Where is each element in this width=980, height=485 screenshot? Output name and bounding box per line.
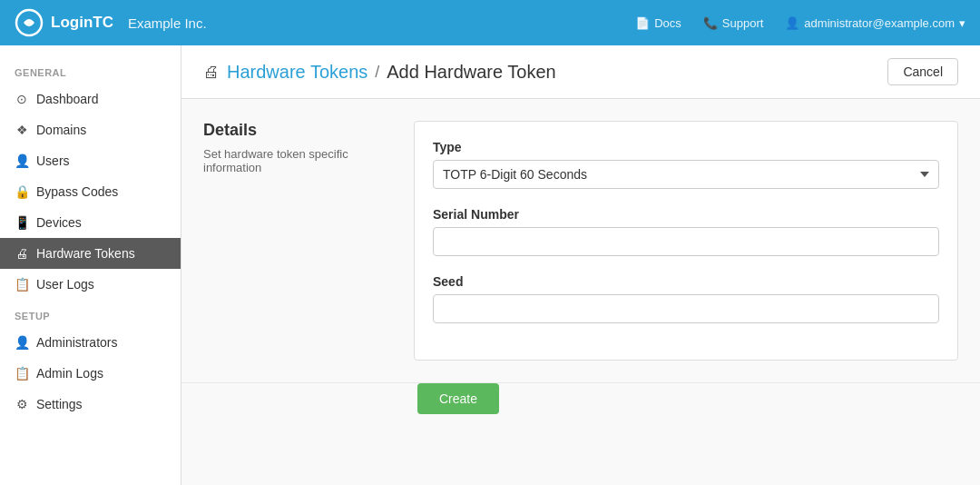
- company-name: Example Inc.: [128, 15, 207, 31]
- page-header: 🖨 Hardware Tokens / Add Hardware Token C…: [181, 45, 980, 99]
- user-logs-icon: 📋: [15, 277, 29, 292]
- sidebar-item-label: Admin Logs: [36, 366, 103, 381]
- sidebar-item-settings[interactable]: ⚙ Settings: [0, 389, 181, 420]
- sidebar-item-user-logs[interactable]: 📋 User Logs: [0, 269, 181, 300]
- user-menu-link[interactable]: 👤 administrator@example.com ▾: [785, 16, 965, 30]
- sidebar-item-administrators[interactable]: 👤 Administrators: [0, 327, 181, 358]
- user-icon: 👤: [785, 16, 799, 30]
- breadcrumb-current: Add Hardware Token: [387, 62, 555, 83]
- sidebar-item-hardware-tokens[interactable]: 🖨 Hardware Tokens: [0, 238, 181, 269]
- logintc-logo-icon: [15, 8, 44, 37]
- sidebar-item-label: Devices: [36, 215, 82, 230]
- sidebar-item-label: User Logs: [36, 277, 94, 292]
- setup-section-label: SETUP: [0, 300, 181, 327]
- breadcrumb: 🖨 Hardware Tokens / Add Hardware Token: [203, 62, 556, 83]
- sidebar: GENERAL ⊙ Dashboard ❖ Domains 👤 Users 🔒 …: [0, 45, 181, 485]
- settings-icon: ⚙: [15, 397, 29, 411]
- admin-logs-icon: 📋: [15, 366, 29, 381]
- sidebar-item-label: Domains: [36, 123, 86, 137]
- top-nav: LoginTC Example Inc. 📄 Docs 📞 Support 👤 …: [0, 0, 980, 45]
- cancel-button[interactable]: Cancel: [887, 58, 958, 85]
- support-icon: 📞: [703, 16, 718, 30]
- nav-right: 📄 Docs 📞 Support 👤 administrator@example…: [635, 16, 965, 30]
- serial-number-group: Serial Number: [433, 207, 939, 256]
- dashboard-icon: ⊙: [15, 92, 29, 106]
- hardware-tokens-icon: 🖨: [15, 246, 29, 261]
- sidebar-item-dashboard[interactable]: ⊙ Dashboard: [0, 84, 181, 114]
- sidebar-item-domains[interactable]: ❖ Domains: [0, 114, 181, 145]
- sidebar-item-label: Dashboard: [36, 92, 99, 106]
- type-select[interactable]: TOTP 6-Digit 60 Seconds TOTP 6-Digit 30 …: [433, 160, 939, 189]
- breadcrumb-icon: 🖨: [203, 63, 220, 82]
- sidebar-item-label: Bypass Codes: [36, 184, 118, 199]
- layout: GENERAL ⊙ Dashboard ❖ Domains 👤 Users 🔒 …: [0, 45, 980, 485]
- docs-icon: 📄: [635, 16, 650, 30]
- devices-icon: 📱: [15, 215, 29, 230]
- breadcrumb-separator: /: [375, 63, 379, 82]
- sidebar-item-label: Hardware Tokens: [36, 246, 135, 261]
- seed-input[interactable]: [433, 294, 939, 323]
- serial-number-input[interactable]: [433, 227, 939, 256]
- form-fields: Type TOTP 6-Digit 60 Seconds TOTP 6-Digi…: [414, 121, 958, 361]
- bypass-codes-icon: 🔒: [15, 184, 29, 199]
- users-icon: 👤: [15, 153, 29, 168]
- logo: LoginTC: [15, 8, 113, 37]
- general-section-label: GENERAL: [0, 56, 181, 84]
- sidebar-item-label: Settings: [36, 397, 83, 411]
- sidebar-item-admin-logs[interactable]: 📋 Admin Logs: [0, 358, 181, 389]
- sidebar-item-label: Administrators: [36, 335, 117, 350]
- form-actions: Create: [181, 383, 980, 436]
- administrators-icon: 👤: [15, 335, 29, 350]
- support-link[interactable]: 📞 Support: [703, 16, 764, 30]
- breadcrumb-parent-link[interactable]: Hardware Tokens: [227, 62, 368, 83]
- form-area: Details Set hardware token specific info…: [181, 99, 980, 382]
- form-section-title: Details: [203, 121, 385, 140]
- sidebar-item-label: Users: [36, 153, 70, 168]
- sidebar-item-users[interactable]: 👤 Users: [0, 145, 181, 176]
- type-label: Type: [433, 140, 939, 154]
- seed-group: Seed: [433, 274, 939, 323]
- create-button[interactable]: Create: [417, 383, 499, 414]
- caret-icon: ▾: [959, 16, 965, 30]
- seed-label: Seed: [433, 274, 939, 289]
- sidebar-item-devices[interactable]: 📱 Devices: [0, 207, 181, 238]
- logo-text: LoginTC: [51, 14, 113, 32]
- serial-number-label: Serial Number: [433, 207, 939, 222]
- form-description: Details Set hardware token specific info…: [203, 121, 385, 361]
- sidebar-item-bypass-codes[interactable]: 🔒 Bypass Codes: [0, 176, 181, 207]
- domains-icon: ❖: [15, 123, 29, 137]
- docs-link[interactable]: 📄 Docs: [635, 16, 681, 30]
- type-group: Type TOTP 6-Digit 60 Seconds TOTP 6-Digi…: [433, 140, 939, 189]
- form-section-description: Set hardware token specific information: [203, 147, 385, 174]
- main-content: 🖨 Hardware Tokens / Add Hardware Token C…: [181, 45, 980, 485]
